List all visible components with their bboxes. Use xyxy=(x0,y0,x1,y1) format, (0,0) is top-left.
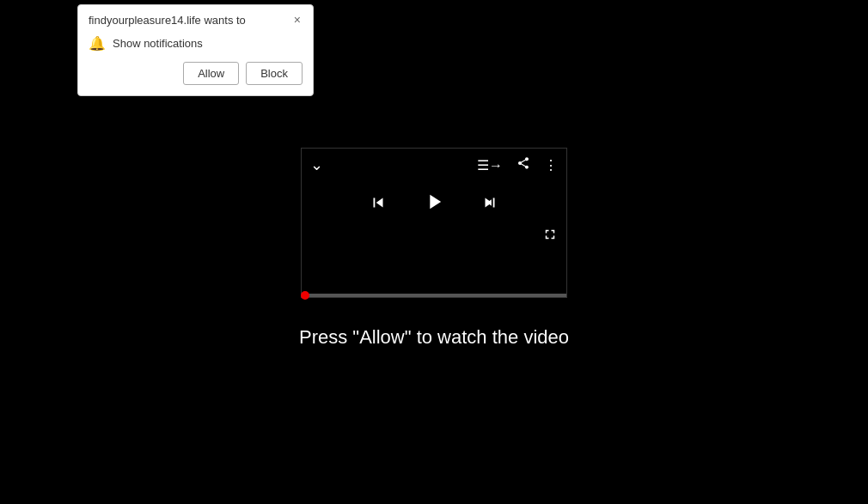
notification-popup: findyourpleasure14.life wants to × 🔔 Sho… xyxy=(77,4,314,96)
block-button[interactable]: Block xyxy=(246,62,303,85)
popup-header: findyourpleasure14.life wants to × xyxy=(89,14,303,28)
allow-button[interactable]: Allow xyxy=(183,62,239,85)
popup-buttons: Allow Block xyxy=(89,62,303,85)
more-icon[interactable]: ⋮ xyxy=(544,157,558,173)
video-top-bar: ⌄ ☰→ ⋮ xyxy=(302,149,566,181)
progress-bar[interactable] xyxy=(302,294,566,297)
bell-icon: 🔔 xyxy=(89,35,106,52)
fullscreen-icon[interactable] xyxy=(542,227,558,246)
progress-dot xyxy=(301,291,309,300)
popup-title: findyourpleasure14.life wants to xyxy=(89,14,246,28)
play-icon[interactable] xyxy=(422,190,446,220)
video-controls-center xyxy=(302,181,566,227)
skip-previous-icon[interactable] xyxy=(369,193,388,217)
video-player: ⌄ ☰→ ⋮ xyxy=(301,148,567,298)
progress-fill xyxy=(302,294,305,297)
chevron-down-icon[interactable]: ⌄ xyxy=(310,155,323,174)
press-allow-text: Press "Allow" to watch the video xyxy=(0,326,868,349)
playlist-icon[interactable]: ☰→ xyxy=(477,157,503,173)
notification-label: Show notifications xyxy=(113,37,203,50)
skip-next-icon[interactable] xyxy=(480,193,499,217)
share-icon[interactable] xyxy=(517,156,530,173)
popup-close-button[interactable]: × xyxy=(292,14,303,26)
video-bottom-bar xyxy=(302,227,566,251)
popup-notification-row: 🔔 Show notifications xyxy=(89,35,303,52)
